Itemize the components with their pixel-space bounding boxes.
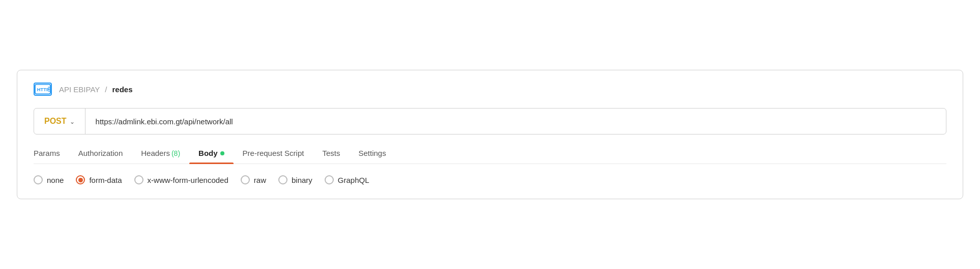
breadcrumb-current: redes	[112, 85, 132, 94]
tab-authorization[interactable]: Authorization	[69, 145, 132, 164]
main-container: HTTP API EBIPAY / redes POST ⌄ Params Au…	[17, 70, 963, 199]
tab-headers[interactable]: Headers(8)	[132, 145, 189, 164]
method-selector[interactable]: POST ⌄	[34, 109, 85, 134]
tab-tests[interactable]: Tests	[313, 145, 349, 164]
radio-form-data[interactable]: form-data	[76, 175, 122, 184]
body-options-row: none form-data x-www-form-urlencoded raw…	[34, 173, 946, 186]
radio-x-www-form-urlencoded[interactable]: x-www-form-urlencoded	[134, 175, 228, 184]
http-badge-svg: HTTP	[35, 84, 51, 95]
tab-params[interactable]: Params	[34, 145, 69, 164]
radio-label-x-www: x-www-form-urlencoded	[148, 176, 228, 184]
breadcrumb-separator: /	[105, 85, 107, 94]
breadcrumb: HTTP API EBIPAY / redes	[34, 83, 946, 96]
breadcrumb-app: API EBIPAY	[59, 85, 100, 94]
radio-circle-binary	[278, 175, 287, 184]
radio-label-none: none	[47, 176, 64, 184]
http-icon: HTTP	[34, 83, 52, 96]
chevron-down-icon: ⌄	[70, 118, 75, 125]
radio-circle-raw	[241, 175, 250, 184]
radio-circle-form-data	[76, 175, 85, 184]
radio-circle-none	[34, 175, 43, 184]
url-bar: POST ⌄	[34, 108, 946, 134]
url-input[interactable]	[85, 109, 946, 134]
radio-binary[interactable]: binary	[278, 175, 312, 184]
radio-none[interactable]: none	[34, 175, 64, 184]
tabs-row: Params Authorization Headers(8) Body Pre…	[34, 145, 946, 164]
radio-raw[interactable]: raw	[241, 175, 266, 184]
body-dot	[220, 151, 224, 155]
radio-graphql[interactable]: GraphQL	[325, 175, 369, 184]
tab-body[interactable]: Body	[189, 145, 234, 164]
radio-label-form-data: form-data	[89, 176, 122, 184]
tab-settings[interactable]: Settings	[349, 145, 395, 164]
radio-label-raw: raw	[254, 176, 266, 184]
headers-badge: (8)	[171, 149, 180, 157]
radio-label-graphql: GraphQL	[338, 176, 369, 184]
method-label: POST	[44, 117, 67, 126]
radio-label-binary: binary	[292, 176, 312, 184]
radio-circle-x-www	[134, 175, 143, 184]
svg-text:HTTP: HTTP	[37, 87, 50, 92]
tab-pre-request-script[interactable]: Pre-request Script	[234, 145, 313, 164]
radio-circle-graphql	[325, 175, 334, 184]
